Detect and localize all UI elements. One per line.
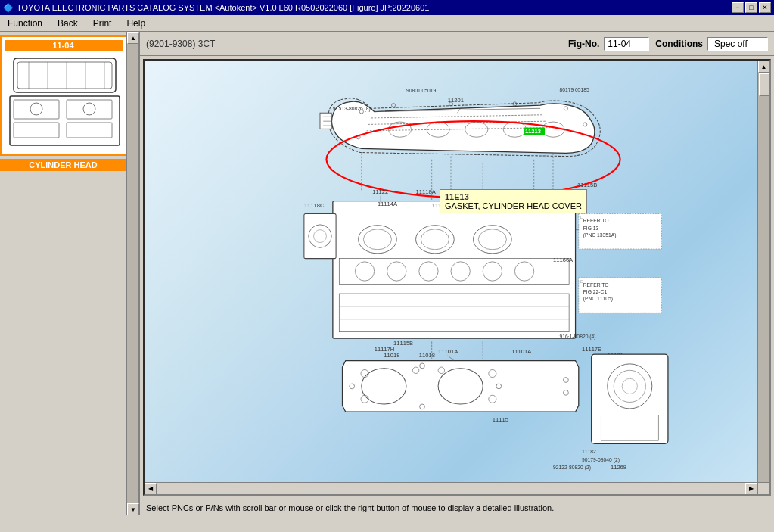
minimize-button[interactable]: − <box>732 2 744 13</box>
tooltip-description: GASKET, CYLINDER HEAD COVER <box>445 201 582 210</box>
svg-text:REFER TO: REFER TO <box>583 282 609 288</box>
svg-text:FIG 22-C1: FIG 22-C1 <box>583 289 608 294</box>
svg-text:11166A: 11166A <box>553 257 574 263</box>
svg-text:11115: 11115 <box>493 416 508 423</box>
svg-text:91513-80826 (8): 91513-80826 (8) <box>333 106 371 112</box>
menu-print[interactable]: Print <box>89 17 117 30</box>
svg-text:(PNC 13351A): (PNC 13351A) <box>583 232 617 238</box>
svg-rect-110 <box>592 354 668 443</box>
left-panel-wrapper: 11-04 <box>0 32 140 515</box>
left-scrollbar: ▲ ▼ <box>126 32 138 515</box>
main-container: 11-04 <box>0 32 774 515</box>
engine-diagram-svg: 11201 11213 90801 05019 80179 05185 9151… <box>145 61 757 482</box>
svg-text:11115B: 11115B <box>393 340 413 347</box>
svg-text:11201: 11201 <box>448 97 464 104</box>
info-bar: (9201-9308) 3CT Fig-No. Conditions Spec … <box>140 32 774 56</box>
maximize-button[interactable]: □ <box>745 2 757 13</box>
svg-text:11117E: 11117E <box>582 346 601 353</box>
svg-text:11118C: 11118C <box>304 202 325 209</box>
status-text: Select PNCs or P/Ns with scroll bar or m… <box>146 503 554 512</box>
diagram-container[interactable]: 11201 11213 90801 05019 80179 05185 9151… <box>143 59 771 496</box>
svg-text:□: □ <box>580 215 583 219</box>
menu-bar: Function Back Print Help <box>0 15 774 32</box>
svg-text:11101A: 11101A <box>438 348 458 355</box>
svg-text:92122-80820 (2): 92122-80820 (2) <box>553 465 591 471</box>
fig-no-label: Fig-No. <box>568 39 599 49</box>
v-scroll-track[interactable] <box>758 73 770 482</box>
window-title: TOYOTA ELECTRONIC PARTS CATALOG SYSTEM <… <box>17 3 429 12</box>
svg-text:11122: 11122 <box>372 188 388 195</box>
tooltip-box: 11E13 GASKET, CYLINDER HEAD COVER <box>440 189 587 213</box>
svg-text:□: □ <box>580 279 583 284</box>
diagram-vertical-scrollbar: ▲ ▼ <box>757 61 769 494</box>
part-number-label: 11-04 <box>5 40 123 51</box>
part-name: CYLINDER HEAD <box>0 159 126 171</box>
menu-back[interactable]: Back <box>53 17 82 30</box>
h-scroll-left-btn[interactable]: ◀ <box>145 483 157 495</box>
svg-text:90179-08040 (2): 90179-08040 (2) <box>582 457 620 463</box>
svg-text:11268: 11268 <box>611 464 626 471</box>
fig-no-section: Fig-No. <box>568 37 649 51</box>
svg-text:(PNC 11105): (PNC 11105) <box>583 296 613 302</box>
svg-text:FIG 13: FIG 13 <box>583 226 599 231</box>
close-button[interactable]: ✕ <box>759 2 771 13</box>
menu-function[interactable]: Function <box>3 17 47 30</box>
status-bar: Select PNCs or P/Ns with scroll bar or m… <box>140 499 774 515</box>
left-scroll-down[interactable]: ▼ <box>127 503 139 515</box>
app-icon: 🔷 <box>3 3 14 13</box>
svg-text:11114A: 11114A <box>378 201 398 207</box>
v-scroll-up-btn[interactable]: ▲ <box>758 61 770 73</box>
h-scroll-right-btn[interactable]: ▶ <box>745 483 757 495</box>
svg-rect-38 <box>320 113 331 129</box>
part-thumbnail-container[interactable]: 11-04 <box>0 35 126 156</box>
svg-text:11118A: 11118A <box>416 188 437 195</box>
tooltip-pnc: 11E13 <box>445 192 582 201</box>
title-bar-left: 🔷 TOYOTA ELECTRONIC PARTS CATALOG SYSTEM… <box>3 3 429 13</box>
v-scroll-thumb[interactable] <box>759 73 769 96</box>
title-bar: 🔷 TOYOTA ELECTRONIC PARTS CATALOG SYSTEM… <box>0 0 774 15</box>
left-panel: 11-04 <box>0 32 126 515</box>
fig-reference: (9201-9308) 3CT <box>146 39 215 49</box>
svg-text:80179 05185: 80179 05185 <box>559 87 589 92</box>
fig-no-input[interactable] <box>604 37 649 51</box>
svg-text:REFER TO: REFER TO <box>583 218 609 223</box>
menu-help[interactable]: Help <box>122 17 150 30</box>
left-scroll-up[interactable]: ▲ <box>127 32 139 44</box>
scrollbar-corner <box>757 482 769 494</box>
conditions-label: Conditions <box>655 39 703 49</box>
svg-text:90801 05019: 90801 05019 <box>406 88 437 93</box>
conditions-section: Conditions Spec off <box>655 37 768 51</box>
title-bar-buttons: − □ ✕ <box>732 2 771 13</box>
svg-text:11182: 11182 <box>582 449 596 454</box>
diagram-inner: 11201 11213 90801 05019 80179 05185 9151… <box>145 61 769 494</box>
svg-text:11018: 11018 <box>419 352 435 359</box>
svg-text:916·1-80820 (4): 916·1-80820 (4) <box>559 334 595 340</box>
svg-text:11018: 11018 <box>384 352 399 359</box>
conditions-value: Spec off <box>707 37 768 51</box>
svg-text:11213: 11213 <box>525 128 541 135</box>
part-thumbnail <box>5 52 126 151</box>
svg-text:11101A: 11101A <box>511 348 532 355</box>
diagram-horizontal-scrollbar: ◀ ▶ <box>145 482 757 494</box>
svg-rect-47 <box>333 201 576 338</box>
right-area: (9201-9308) 3CT Fig-No. Conditions Spec … <box>140 32 774 515</box>
